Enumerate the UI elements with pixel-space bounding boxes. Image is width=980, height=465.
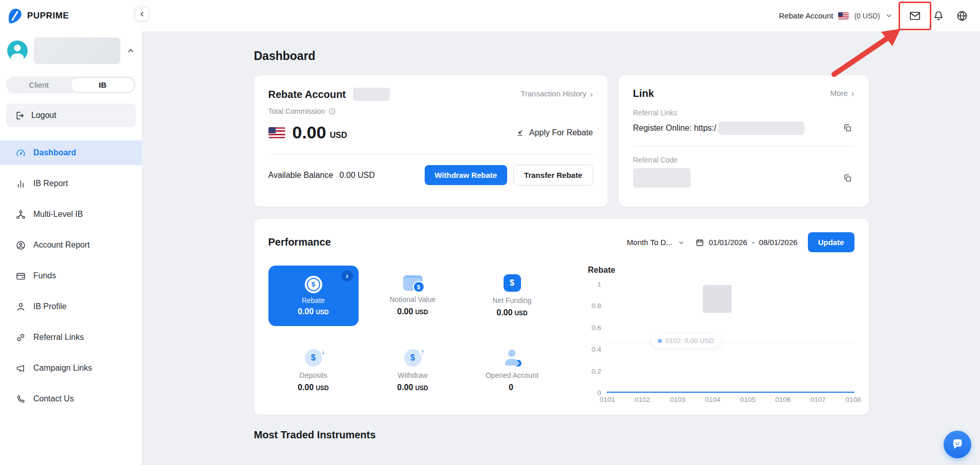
performance-card: Performance Month To D... 01/01/2026 - xyxy=(254,219,869,415)
tile-unit: USD xyxy=(316,385,328,392)
tile-label: Rebate xyxy=(302,296,325,305)
apply-for-rebate-link[interactable]: Apply For Rebate xyxy=(516,128,593,137)
copy-icon xyxy=(843,173,852,183)
logout-icon xyxy=(14,110,25,121)
tooltip-value: 0.00 USD xyxy=(684,337,715,345)
toggle-client[interactable]: Client xyxy=(7,77,71,92)
sidebar-item-account-report[interactable]: Account Report xyxy=(0,233,142,257)
tile-value: 0.00 xyxy=(397,307,413,316)
sidebar-item-funds[interactable]: Funds xyxy=(0,264,142,288)
rebate-account-card: Rebate Account Transaction History Total… xyxy=(254,75,608,207)
referral-links-label: Referral Links xyxy=(633,109,854,117)
x-tick: 0105 xyxy=(740,396,756,403)
language-button[interactable] xyxy=(953,7,971,25)
link-icon xyxy=(15,332,26,343)
sidebar-item-ib-profile[interactable]: IB Profile xyxy=(0,294,142,319)
sidebar: PUPRIME Client IB Logout Dashboard IB Re… xyxy=(0,0,142,465)
x-tick: 0104 xyxy=(705,396,720,403)
content-area: Dashboard Rebate Account Transaction His… xyxy=(142,32,980,465)
rebate-account-selector[interactable]: Rebate Account (0 USD) xyxy=(779,11,893,20)
profile-section[interactable] xyxy=(7,37,135,64)
y-tick: 0.2 xyxy=(592,367,601,375)
sidebar-item-contact-us[interactable]: Contact Us xyxy=(0,387,142,411)
date-separator: - xyxy=(752,238,755,247)
sidebar-item-referral-links[interactable]: Referral Links xyxy=(0,325,142,350)
tile-opened-account[interactable]: Opened Account 0 xyxy=(467,340,557,401)
sidebar-item-label: IB Report xyxy=(33,179,68,188)
tile-deposits[interactable]: Deposits 0.00USD xyxy=(268,340,359,401)
sidebar-menu: Dashboard IB Report Multi-Level IB Accou… xyxy=(0,140,142,411)
sidebar-item-label: Referral Links xyxy=(33,333,84,342)
sidebar-collapse-button[interactable] xyxy=(135,7,149,21)
tile-label: Opened Account xyxy=(486,371,539,379)
date-end: 08/01/2026 xyxy=(759,238,798,247)
rebate-chart: Rebate 1 0.8 0.6 0.4 0.2 0 xyxy=(588,266,854,401)
copy-referral-code-button[interactable] xyxy=(841,171,854,185)
network-icon xyxy=(15,209,26,220)
commission-currency: USD xyxy=(330,131,347,140)
sidebar-item-label: Contact Us xyxy=(33,394,74,403)
chart-hover-redacted xyxy=(703,285,732,313)
mail-button[interactable] xyxy=(906,7,924,25)
sidebar-item-dashboard[interactable]: Dashboard xyxy=(0,140,142,165)
most-traded-heading: Most Traded Instruments xyxy=(254,429,869,441)
avatar xyxy=(7,41,28,61)
info-icon[interactable] xyxy=(328,108,336,115)
y-tick: 0.8 xyxy=(592,302,601,310)
chart-plot-area: 0102 0.00 USD 0101 0102 0103 0104 xyxy=(607,284,854,393)
deposit-dollar-icon xyxy=(305,349,322,367)
tile-unit: USD xyxy=(415,309,428,316)
sidebar-item-label: IB Profile xyxy=(33,302,67,311)
logout-button[interactable]: Logout xyxy=(6,104,136,127)
tile-net-funding[interactable]: Net Funding 0.00USD xyxy=(467,266,557,326)
bank-card-icon xyxy=(15,271,26,281)
us-flag-icon xyxy=(838,12,849,19)
person-icon xyxy=(15,301,26,312)
chart-y-axis: 1 0.8 0.6 0.4 0.2 0 xyxy=(588,284,607,393)
sidebar-item-ib-report[interactable]: IB Report xyxy=(0,171,142,196)
date-range-picker[interactable]: 01/01/2026 - 08/01/2026 xyxy=(695,238,798,247)
link-card: Link More Referral Links Register Online… xyxy=(619,75,869,207)
sidebar-item-label: Funds xyxy=(33,271,56,280)
page-title: Dashboard xyxy=(254,49,869,63)
card-dollar-icon xyxy=(504,274,521,292)
referral-code-label: Referral Code xyxy=(633,156,854,164)
transaction-history-link[interactable]: Transaction History xyxy=(520,89,593,99)
tile-withdraw[interactable]: Withdraw 0.00USD xyxy=(368,340,458,401)
withdraw-rebate-button[interactable]: Withdraw Rebate xyxy=(425,165,508,185)
apply-arrow-icon xyxy=(516,128,525,137)
notifications-button[interactable] xyxy=(930,7,947,25)
date-range-dropdown[interactable]: Month To D... xyxy=(627,238,685,247)
x-tick: 0102 xyxy=(635,396,650,403)
person-plus-icon xyxy=(504,349,521,367)
performance-title: Performance xyxy=(268,236,331,248)
x-tick: 0103 xyxy=(670,396,685,403)
tile-notional-value[interactable]: Notional Value 0.00USD xyxy=(368,266,458,326)
x-tick: 0101 xyxy=(600,396,615,403)
calendar-icon xyxy=(695,238,704,247)
rebate-card-title: Rebate Account xyxy=(268,89,346,100)
chevron-up-icon xyxy=(127,47,135,55)
tooltip-x: 0102 xyxy=(665,337,681,345)
tile-label: Withdraw xyxy=(398,371,427,379)
copy-referral-link-button[interactable] xyxy=(841,121,854,135)
performance-tiles: Rebate 0.00USD Notional Value 0.00USD Ne… xyxy=(268,266,559,401)
commission-amount: 0.00 xyxy=(293,123,326,143)
divider xyxy=(633,146,854,147)
update-button[interactable]: Update xyxy=(808,232,854,252)
chat-button[interactable] xyxy=(944,431,971,458)
globe-icon xyxy=(956,10,968,22)
tile-label: Net Funding xyxy=(492,296,531,305)
account-type-toggle: Client IB xyxy=(6,76,136,93)
tile-rebate[interactable]: Rebate 0.00USD xyxy=(268,266,359,326)
transfer-rebate-button[interactable]: Transfer Rebate xyxy=(513,165,593,186)
sidebar-item-multi-level-ib[interactable]: Multi-Level IB xyxy=(0,202,142,227)
chevron-down-icon xyxy=(678,239,685,246)
chart-guideline xyxy=(607,342,854,343)
more-link[interactable]: More xyxy=(830,89,854,99)
sidebar-item-campaign-links[interactable]: Campaign Links xyxy=(0,356,142,380)
available-balance-label: Available Balance xyxy=(268,171,333,180)
tile-unit: USD xyxy=(316,309,328,316)
withdraw-dollar-icon xyxy=(404,349,422,367)
toggle-ib[interactable]: IB xyxy=(71,77,135,92)
